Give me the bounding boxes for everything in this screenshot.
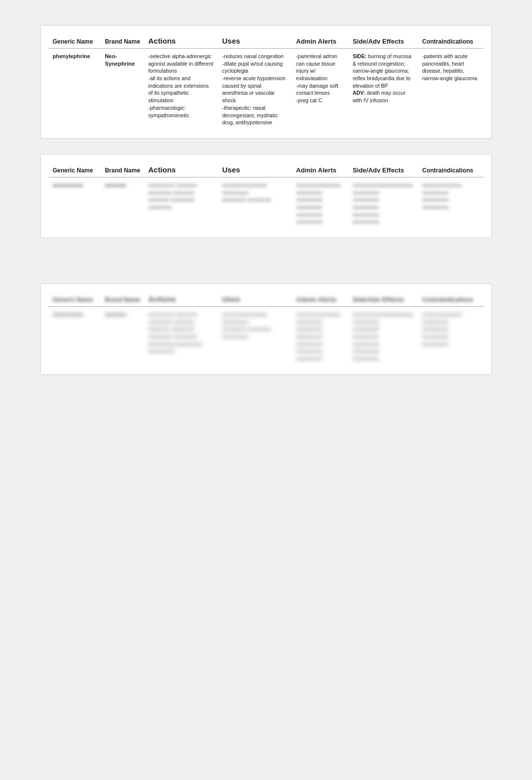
card-1: Generic Name Brand Name Actions Uses Adm… bbox=[40, 25, 492, 139]
table-row: phenylephrine Neo-Synephrine -selective … bbox=[49, 49, 483, 130]
card-2: Generic Name Brand Name Actions Uses Adm… bbox=[40, 154, 492, 238]
side-cell-2: xxxxxxxxxxxxxxxxxxxxxxx xxxxxxxxxx xxxxx… bbox=[349, 177, 418, 230]
table-row: xxxxxxxxxx xxxxxxx xxxxxxxxxx xxxxxxxx x… bbox=[49, 307, 483, 366]
side-cell-3: xxxxxxxxxxxxxxxxxxxxxxx xxxxxxxxxx xxxxx… bbox=[349, 307, 418, 366]
admin-cell-3: xxxxxxxxxxxxxxxxx xxxxxxxxxx xxxxxxxxxx … bbox=[292, 307, 349, 366]
uses-cell: -reduces nasal congestion -dilate pupil … bbox=[218, 49, 293, 130]
table-row: xxxxxxxxxx xxxxxxx xxxxxxxxxx xxxxxxxx x… bbox=[49, 177, 483, 230]
header-contra-3: Contraindications bbox=[418, 292, 483, 307]
header-contra-2: Contraindications bbox=[418, 162, 483, 177]
header-side-3: Side/Adv Effects bbox=[349, 292, 418, 307]
header-actions-1: Actions bbox=[144, 34, 218, 49]
header-actions-3: Actions bbox=[144, 292, 218, 307]
card-3: Generic Name Brand Name Actions Uses Adm… bbox=[40, 283, 492, 375]
header-uses-1: Uses bbox=[218, 34, 293, 49]
header-side-2: Side/Adv Effects bbox=[349, 162, 418, 177]
drug-table-2: Generic Name Brand Name Actions Uses Adm… bbox=[49, 162, 483, 230]
header-side-1: Side/Adv Effects bbox=[349, 34, 418, 49]
contra-cell-2: xxxxxxxxxxxxxxx xxxxxxxxxx xxxxxxxxxx xx… bbox=[418, 177, 483, 230]
uses-cell-3: xxxxxxxxxxxxxxxxx xxxxxxxxxx xxxxxxxxx x… bbox=[218, 307, 293, 366]
header-admin-3: Admin Alerts bbox=[292, 292, 349, 307]
brand-name-cell-3: xxxxxxx bbox=[101, 307, 144, 366]
brand-name-cell: Neo-Synephrine bbox=[101, 49, 144, 130]
header-brand-1: Brand Name bbox=[101, 34, 144, 49]
actions-cell: -selective alpha-adrenergic agonist avai… bbox=[144, 49, 218, 130]
page-wrapper: Generic Name Brand Name Actions Uses Adm… bbox=[10, 10, 522, 405]
header-admin-1: Admin Alerts bbox=[292, 34, 349, 49]
header-uses-2: Uses bbox=[218, 162, 293, 177]
actions-cell-3: xxxxxxxxxx xxxxxxxx xxxxxxxxx xxxxxxxx x… bbox=[144, 307, 218, 366]
contra-cell: -patients with acute pancreatitis, heart… bbox=[418, 49, 483, 130]
header-brand-2: Brand Name bbox=[101, 162, 144, 177]
header-uses-3: Uses bbox=[218, 292, 293, 307]
header-generic-3: Generic Name bbox=[49, 292, 101, 307]
generic-name-cell-2: xxxxxxxxxx bbox=[49, 177, 101, 230]
spacer bbox=[40, 253, 492, 283]
side-label: SIDE: bbox=[353, 53, 367, 59]
uses-cell-2: xxxxxxxxxxxxxxxxx xxxxxxxxxx xxxxxxxxx x… bbox=[218, 177, 293, 230]
header-generic-2: Generic Name bbox=[49, 162, 101, 177]
generic-name-cell: phenylephrine bbox=[49, 49, 101, 130]
brand-name-cell-2: xxxxxxx bbox=[101, 177, 144, 230]
header-admin-2: Admin Alerts bbox=[292, 162, 349, 177]
contra-cell-3: xxxxxxxxxxxxxxx xxxxxxxxxx xxxxxxxxxx xx… bbox=[418, 307, 483, 366]
actions-cell-2: xxxxxxxxxx xxxxxxxx xxxxxxxxx xxxxxxxx x… bbox=[144, 177, 218, 230]
generic-name-cell-3: xxxxxxxxxx bbox=[49, 307, 101, 366]
adv-label: ADV: bbox=[353, 90, 365, 96]
admin-cell-2: xxxxxxxxxxxxxxxxx xxxxxxxxxx xxxxxxxxxx … bbox=[292, 177, 349, 230]
drug-table-1: Generic Name Brand Name Actions Uses Adm… bbox=[49, 34, 483, 130]
header-brand-3: Brand Name bbox=[101, 292, 144, 307]
side-cell: SIDE: burning of mucosa & rebound conges… bbox=[349, 49, 418, 130]
header-generic-1: Generic Name bbox=[49, 34, 101, 49]
drug-table-3: Generic Name Brand Name Actions Uses Adm… bbox=[49, 292, 483, 366]
header-contra-1: Contraindications bbox=[418, 34, 483, 49]
header-actions-2: Actions bbox=[144, 162, 218, 177]
admin-cell: -parenteral admin can cause tissue injur… bbox=[292, 49, 349, 130]
